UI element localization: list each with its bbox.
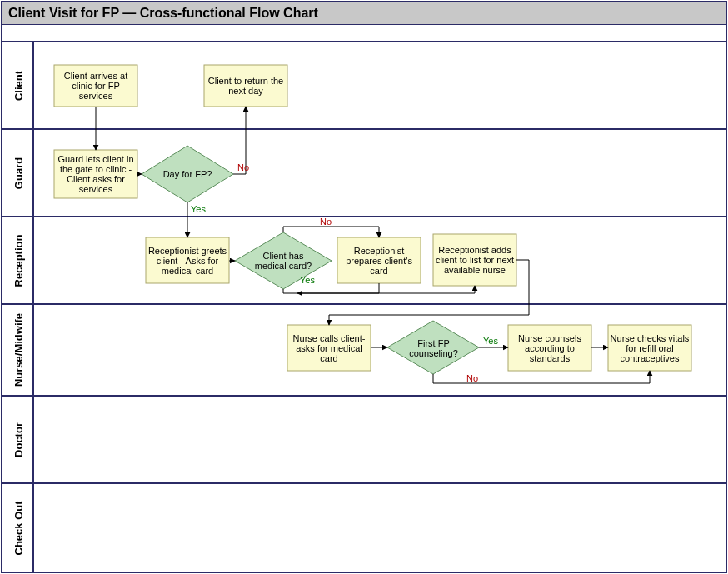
- edge-label-dayfp-yes: Yes: [191, 204, 206, 214]
- node-day-for-fp-text: Day for FP?: [154, 162, 221, 186]
- edge-label-hascard-yes: Yes: [300, 275, 315, 285]
- node-client-return: Client to return the next day: [204, 65, 287, 107]
- edge-label-firstfp-no: No: [466, 373, 478, 383]
- node-client-arrives-text: Client arrives at clinic for FP services: [54, 65, 137, 107]
- node-recep-prepares: Receptionist prepares client's card: [337, 237, 421, 283]
- lane-label-reception: Reception: [12, 235, 25, 287]
- node-guard-lets-text: Guard lets client in the gate to clinic …: [54, 150, 137, 198]
- edge-hascard-yes-down: [283, 289, 297, 293]
- lane-label-nurse: Nurse/Midwife: [12, 313, 25, 387]
- node-recep-greets: Receptionist greets client - Asks for me…: [146, 237, 229, 283]
- chart-title: Client Visit for FP — Cross-functional F…: [8, 6, 319, 20]
- swimlane-flowchart: Client Visit for FP — Cross-functional F…: [0, 0, 728, 574]
- separator-strip: [2, 25, 726, 42]
- edge-firstfp-no: [433, 371, 650, 383]
- node-has-card: Client has medical card?: [235, 232, 332, 289]
- lane-label-checkout: Check Out: [12, 501, 25, 556]
- lane-label-guard: Guard: [12, 157, 25, 189]
- node-recep-greets-text: Receptionist greets client - Asks for me…: [146, 237, 229, 283]
- node-client-arrives: Client arrives at clinic for FP services: [54, 65, 137, 107]
- node-client-return-text: Client to return the next day: [204, 65, 287, 107]
- node-guard-lets: Guard lets client in the gate to clinic …: [54, 150, 137, 198]
- node-first-fp-text: First FP counseling?: [402, 336, 465, 361]
- lane-label-doctor: Doctor: [12, 422, 25, 457]
- node-recep-adds: Receptionist adds client to list for nex…: [433, 234, 516, 286]
- node-nurse-checks: Nurse checks vitals for refill oral cont…: [608, 325, 691, 371]
- lane-label-client: Client: [12, 70, 25, 101]
- node-nurse-counsels-text: Nurse counsels according to standards: [508, 325, 591, 371]
- node-day-for-fp: Day for FP?: [142, 146, 233, 202]
- node-has-card-text: Client has medical card?: [250, 248, 317, 273]
- node-nurse-calls-text: Nurse calls client- asks for medical car…: [287, 325, 371, 371]
- node-nurse-checks-text: Nurse checks vitals for refill oral cont…: [608, 325, 691, 371]
- node-first-fp: First FP counseling?: [387, 321, 479, 374]
- node-nurse-counsels: Nurse counsels according to standards: [508, 325, 591, 371]
- node-recep-prepares-text: Receptionist prepares client's card: [337, 237, 421, 283]
- edge-hascard-no: [283, 227, 379, 237]
- edge-label-hascard-no: No: [320, 217, 332, 227]
- edge-label-firstfp-yes: Yes: [483, 336, 498, 346]
- edge-label-dayfp-no: No: [237, 162, 249, 172]
- node-nurse-calls: Nurse calls client- asks for medical car…: [287, 325, 371, 371]
- edge-merge-to-adds: [297, 286, 475, 293]
- node-recep-adds-text: Receptionist adds client to list for nex…: [433, 234, 516, 286]
